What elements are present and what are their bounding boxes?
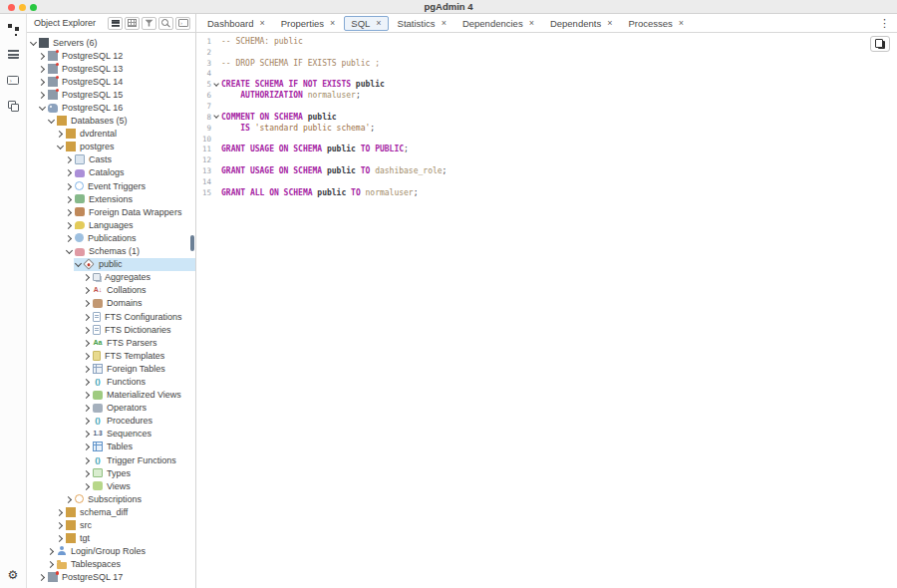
- tree-item-postgresql-15[interactable]: PostgreSQL 15: [27, 88, 195, 101]
- expand-chevron-icon[interactable]: [83, 325, 92, 334]
- expand-chevron-icon[interactable]: [65, 207, 74, 216]
- tree-item-dvdrental[interactable]: dvdrental: [27, 128, 195, 141]
- copy-button[interactable]: [870, 36, 890, 52]
- tree-item-fts-dictionaries[interactable]: FTS Dictionaries: [27, 323, 195, 336]
- settings-gear-icon[interactable]: ⚙: [4, 567, 22, 583]
- tree-item-foreign-tables[interactable]: Foreign Tables: [27, 362, 195, 375]
- expand-chevron-icon[interactable]: [83, 481, 92, 490]
- tab-dependents[interactable]: Dependents×: [543, 16, 620, 31]
- grid-view-tool-button[interactable]: [125, 17, 140, 30]
- servers-tool-button[interactable]: [108, 17, 123, 30]
- tree-item-collations[interactable]: A↓Collations: [27, 284, 195, 297]
- filter-tool-button[interactable]: [142, 17, 156, 30]
- tree-item-catalogs[interactable]: Catalogs: [27, 166, 195, 179]
- tree-item-functions[interactable]: ()Functions: [27, 375, 195, 388]
- expand-chevron-icon[interactable]: [83, 364, 92, 373]
- tree-item-tablespaces[interactable]: Tablespaces: [27, 558, 195, 571]
- tree-item-databases-5[interactable]: Databases (5): [27, 115, 195, 128]
- expand-chevron-icon[interactable]: [83, 312, 92, 321]
- expand-chevron-icon[interactable]: [47, 560, 56, 569]
- tree-item-domains[interactable]: Domains: [27, 297, 195, 310]
- expand-chevron-icon[interactable]: [83, 391, 92, 400]
- tab-dashboard[interactable]: Dashboard×: [200, 16, 272, 31]
- expand-chevron-icon[interactable]: [29, 38, 38, 47]
- tree-item-procedures[interactable]: ()Procedures: [27, 415, 195, 428]
- expand-chevron-icon[interactable]: [65, 233, 74, 242]
- tree-item-operators[interactable]: Operators: [27, 402, 195, 415]
- tab-close-icon[interactable]: ×: [376, 19, 381, 28]
- expand-chevron-icon[interactable]: [47, 117, 56, 126]
- expand-chevron-icon[interactable]: [83, 299, 92, 308]
- tree-scrollbar-thumb[interactable]: [190, 235, 194, 251]
- tree-item-sequences[interactable]: 1.3Sequences: [27, 428, 195, 441]
- tree-item-materialized-views[interactable]: Materialized Views: [27, 389, 195, 402]
- tab-close-icon[interactable]: ×: [529, 19, 534, 28]
- expand-chevron-icon[interactable]: [83, 377, 92, 386]
- tab-close-icon[interactable]: ×: [442, 19, 447, 28]
- tree-item-postgres[interactable]: postgres: [27, 141, 195, 153]
- tree-item-event-triggers[interactable]: Event Triggers: [27, 179, 195, 192]
- expand-chevron-icon[interactable]: [83, 273, 92, 282]
- tree-item-public[interactable]: public: [27, 258, 195, 271]
- layers-icon[interactable]: [4, 46, 22, 62]
- tree-item-fts-configurations[interactable]: FTS Configurations: [27, 310, 195, 323]
- expand-chevron-icon[interactable]: [74, 260, 83, 269]
- tree-item-src[interactable]: src: [27, 518, 195, 531]
- expand-chevron-icon[interactable]: [56, 143, 65, 151]
- expand-chevron-icon[interactable]: [38, 104, 47, 113]
- expand-chevron-icon[interactable]: [56, 534, 65, 543]
- tree-item-postgresql-16[interactable]: PostgreSQL 16: [27, 101, 195, 114]
- tree-item-fts-parsers[interactable]: AaFTS Parsers: [27, 336, 195, 349]
- tab-close-icon[interactable]: ×: [330, 19, 335, 28]
- expand-chevron-icon[interactable]: [56, 130, 65, 139]
- kebab-menu-icon[interactable]: ⋮: [879, 17, 890, 30]
- expand-chevron-icon[interactable]: [83, 351, 92, 360]
- tree-item-schema-diff[interactable]: schema_diff: [27, 505, 195, 518]
- expand-chevron-icon[interactable]: [65, 247, 74, 256]
- expand-chevron-icon[interactable]: [83, 417, 92, 426]
- tree-item-aggregates[interactable]: Aggregates: [27, 271, 195, 284]
- tree-item-postgresql-12[interactable]: PostgreSQL 12: [27, 49, 195, 62]
- minimize-window-button[interactable]: [19, 4, 26, 11]
- expand-chevron-icon[interactable]: [83, 468, 92, 477]
- expand-chevron-icon[interactable]: [65, 220, 74, 229]
- expand-chevron-icon[interactable]: [83, 286, 92, 295]
- expand-chevron-icon[interactable]: [56, 507, 65, 516]
- expand-chevron-icon[interactable]: [83, 430, 92, 439]
- expand-chevron-icon[interactable]: [83, 455, 92, 464]
- tree-item-types[interactable]: Types: [27, 466, 195, 479]
- tree-item-views[interactable]: Views: [27, 479, 195, 492]
- tree-item-postgresql-13[interactable]: PostgreSQL 13: [27, 62, 195, 75]
- maximize-window-button[interactable]: [30, 4, 37, 11]
- expand-chevron-icon[interactable]: [83, 338, 92, 347]
- tab-close-icon[interactable]: ×: [259, 19, 264, 28]
- tree-item-postgresql-17[interactable]: PostgreSQL 17: [27, 571, 195, 584]
- expand-chevron-icon[interactable]: [56, 521, 65, 530]
- tab-statistics[interactable]: Statistics×: [391, 16, 453, 31]
- expand-chevron-icon[interactable]: [65, 168, 74, 177]
- schema-diff-icon[interactable]: [4, 98, 22, 114]
- tree-item-tables[interactable]: Tables: [27, 441, 195, 453]
- expand-chevron-icon[interactable]: [65, 181, 74, 190]
- expand-chevron-icon[interactable]: [47, 547, 56, 556]
- tree-item-fts-templates[interactable]: FTS Templates: [27, 349, 195, 362]
- tree-item-languages[interactable]: Languages: [27, 218, 195, 231]
- tree-item-casts[interactable]: Casts: [27, 153, 195, 166]
- tree-item-servers-6[interactable]: Servers (6): [27, 36, 195, 49]
- expand-chevron-icon[interactable]: [83, 404, 92, 413]
- tree-item-schemas-1[interactable]: Schemas (1): [27, 245, 195, 258]
- fold-chevron-icon[interactable]: [213, 114, 220, 121]
- expand-chevron-icon[interactable]: [38, 573, 47, 582]
- tree-item-foreign-data-wrappers[interactable]: Foreign Data Wrappers: [27, 205, 195, 218]
- expand-chevron-icon[interactable]: [38, 64, 47, 73]
- tab-properties[interactable]: Properties×: [274, 16, 343, 31]
- tree-item-trigger-functions[interactable]: ()Trigger Functions: [27, 453, 195, 466]
- tree-item-tgt[interactable]: tgt: [27, 532, 195, 545]
- fold-chevron-icon[interactable]: [213, 81, 220, 88]
- tree-item-extensions[interactable]: Extensions: [27, 192, 195, 205]
- expand-chevron-icon[interactable]: [65, 155, 74, 164]
- expand-chevron-icon[interactable]: [65, 494, 74, 503]
- expand-chevron-icon[interactable]: [38, 51, 47, 60]
- tree-item-subscriptions[interactable]: Subscriptions: [27, 492, 195, 505]
- tab-dependencies[interactable]: Dependencies×: [455, 16, 541, 31]
